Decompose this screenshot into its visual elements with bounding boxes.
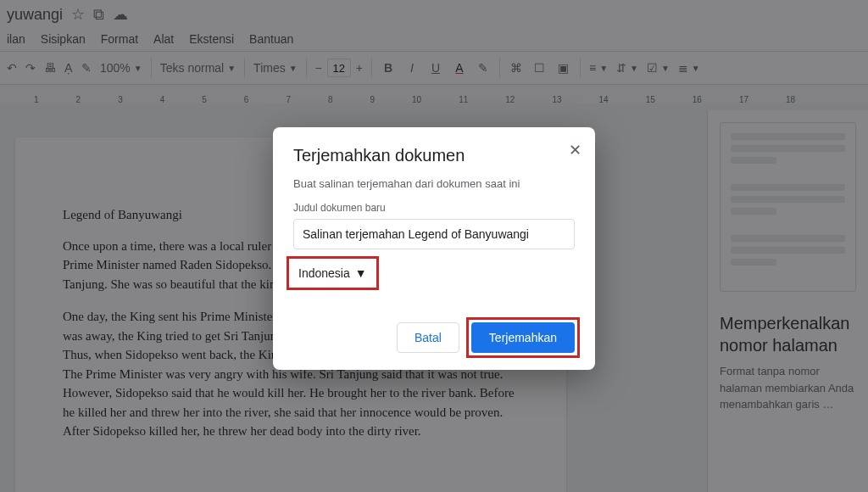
cancel-button[interactable]: Batal	[397, 322, 459, 353]
dialog-actions: Batal Terjemahkan	[293, 322, 575, 353]
dialog-subtitle: Buat salinan terjemahan dari dokumen saa…	[293, 177, 575, 190]
dialog-title: Terjemahkan dokumen	[293, 146, 575, 165]
language-dropdown[interactable]: Indonesia ▼	[293, 263, 372, 283]
field-label: Judul dokumen baru	[293, 202, 575, 214]
language-label: Indonesia	[298, 266, 350, 280]
new-title-input[interactable]	[293, 219, 575, 249]
translate-dialog: ✕ Terjemahkan dokumen Buat salinan terje…	[273, 127, 595, 370]
translate-button[interactable]: Terjemahkan	[471, 322, 575, 353]
chevron-down-icon: ▼	[355, 266, 367, 280]
close-icon[interactable]: ✕	[569, 141, 581, 159]
modal-scrim[interactable]: ✕ Terjemahkan dokumen Buat salinan terje…	[0, 0, 868, 492]
